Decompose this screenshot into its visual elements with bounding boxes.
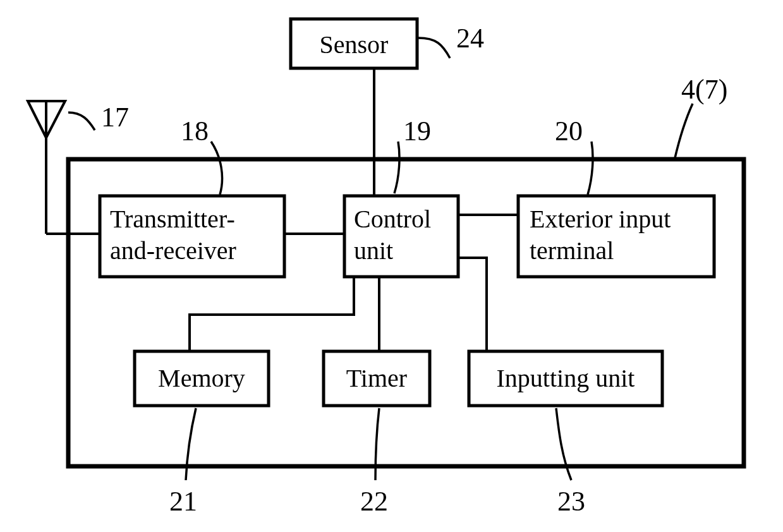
wire-control-inputting [458,258,487,351]
transmitter-label-line1: Transmitter- [110,205,235,233]
control-ref-lead [394,142,399,193]
timer-label: Timer [346,364,407,392]
transmitter-ref-lead [211,142,222,195]
exterior-label-line2: terminal [530,236,614,265]
inputting-block: Inputting unit [469,351,662,406]
outer-ref-lead [675,104,693,158]
sensor-ref: 24 [456,23,484,54]
inputting-ref: 23 [557,486,585,517]
wire-control-memory [190,277,354,351]
transmitter-ref: 18 [181,116,209,147]
timer-ref-lead [375,408,379,480]
control-ref: 19 [403,116,431,147]
control-label-line1: Control [354,205,431,233]
exterior-label-line1: Exterior input [530,205,671,233]
timer-block: Timer [324,351,430,406]
sensor-label: Sensor [320,30,389,59]
sensor-block: Sensor [291,19,417,68]
exterior-terminal-block: Exterior input terminal [518,196,714,277]
block-diagram: Sensor 24 17 Transmitter- and-receiver 1… [0,0,783,532]
memory-ref: 21 [169,486,197,517]
memory-label: Memory [158,364,245,392]
transmitter-block: Transmitter- and-receiver [100,196,284,277]
control-label-line2: unit [354,236,393,265]
inputting-ref-lead [556,408,571,480]
antenna-icon [28,101,65,234]
memory-ref-lead [186,408,196,480]
inputting-label: Inputting unit [497,364,635,392]
control-block: Control unit [344,196,458,277]
sensor-ref-lead [418,38,450,58]
timer-ref: 22 [360,486,388,517]
exterior-ref-lead [588,142,593,195]
antenna-ref-lead [68,112,95,130]
memory-block: Memory [135,351,269,406]
outer-ref: 4(7) [681,74,727,105]
exterior-ref: 20 [555,116,583,147]
antenna-ref: 17 [101,102,129,133]
transmitter-label-line2: and-receiver [110,236,236,265]
